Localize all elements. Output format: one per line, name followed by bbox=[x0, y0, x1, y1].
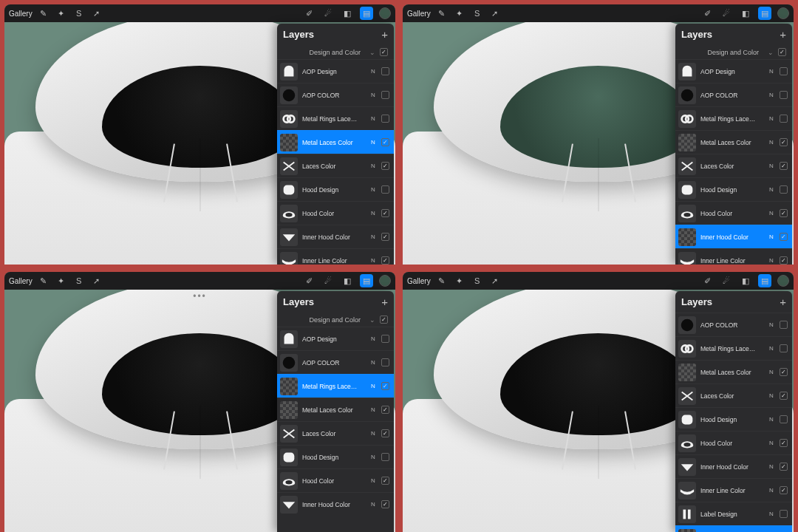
wand-icon[interactable]: ✦ bbox=[453, 7, 466, 20]
layer-row[interactable]: Metal Laces ColorN✓ bbox=[277, 130, 394, 154]
layer-row[interactable]: Metal Rings Lace…N bbox=[675, 336, 792, 360]
wrench-icon[interactable]: ✎ bbox=[37, 274, 50, 287]
chevron-down-icon[interactable]: ⌄ bbox=[369, 316, 375, 324]
layer-row[interactable]: AOP COLORN bbox=[277, 83, 394, 106]
blend-mode-label[interactable]: N bbox=[369, 68, 377, 75]
blend-mode-label[interactable]: N bbox=[369, 335, 377, 342]
layer-row[interactable]: Hood DesignN bbox=[675, 177, 792, 201]
layer-visibility-checkbox[interactable]: ✓ bbox=[381, 429, 389, 437]
layer-visibility-checkbox[interactable]: ✓ bbox=[381, 500, 389, 508]
layer-row[interactable]: Hood ColorN✓ bbox=[277, 201, 394, 225]
blend-mode-label[interactable]: N bbox=[369, 163, 377, 169]
eraser-icon[interactable]: ◧ bbox=[739, 274, 752, 287]
layer-visibility-checkbox[interactable] bbox=[381, 67, 389, 75]
smudge-icon[interactable]: ☄ bbox=[720, 7, 733, 20]
layer-row[interactable]: AOP COLORN bbox=[675, 313, 792, 336]
blend-mode-label[interactable]: N bbox=[768, 186, 775, 193]
add-layer-button[interactable]: + bbox=[780, 28, 786, 41]
blend-mode-label[interactable]: N bbox=[369, 383, 377, 389]
layers-icon[interactable]: ▤ bbox=[758, 7, 771, 20]
blend-mode-label[interactable]: N bbox=[768, 487, 775, 494]
blend-mode-label[interactable]: N bbox=[369, 233, 377, 240]
s-tool-icon[interactable]: S bbox=[471, 274, 484, 287]
brush-icon[interactable]: ✐ bbox=[302, 274, 316, 287]
blend-mode-label[interactable]: N bbox=[369, 210, 377, 216]
brush-icon[interactable]: ✐ bbox=[700, 7, 714, 20]
color-swatch[interactable] bbox=[379, 275, 391, 287]
layer-visibility-checkbox[interactable]: ✓ bbox=[780, 233, 788, 241]
layer-row[interactable]: AOP DesignN bbox=[675, 59, 792, 83]
blend-mode-label[interactable]: N bbox=[369, 501, 377, 508]
layer-visibility-checkbox[interactable]: ✓ bbox=[780, 368, 788, 376]
layer-row[interactable]: Metal Rings Lace…N bbox=[675, 106, 792, 130]
layer-row[interactable]: Hood DesignN bbox=[675, 407, 792, 431]
blend-mode-label[interactable]: N bbox=[768, 392, 775, 399]
blend-mode-label[interactable]: N bbox=[768, 210, 775, 216]
layer-visibility-checkbox[interactable] bbox=[381, 91, 389, 99]
eraser-icon[interactable]: ◧ bbox=[739, 7, 752, 20]
wand-icon[interactable]: ✦ bbox=[55, 7, 68, 20]
layer-visibility-checkbox[interactable]: ✓ bbox=[381, 162, 389, 170]
layer-row[interactable]: Laces ColorN✓ bbox=[277, 421, 394, 445]
blend-mode-label[interactable]: N bbox=[369, 406, 377, 413]
add-layer-button[interactable]: + bbox=[780, 296, 786, 308]
blend-mode-label[interactable]: N bbox=[768, 68, 775, 75]
layer-row[interactable]: AOP COLORN bbox=[277, 350, 394, 374]
layer-visibility-checkbox[interactable]: ✓ bbox=[381, 233, 389, 241]
group-visibility-checkbox[interactable]: ✓ bbox=[778, 48, 786, 56]
add-layer-button[interactable]: + bbox=[381, 296, 388, 308]
layer-row[interactable]: Metal Rings Lace…N bbox=[277, 106, 394, 130]
group-visibility-checkbox[interactable]: ✓ bbox=[380, 316, 388, 324]
layer-visibility-checkbox[interactable] bbox=[780, 67, 788, 75]
blend-mode-label[interactable]: N bbox=[768, 139, 775, 146]
s-tool-icon[interactable]: S bbox=[72, 274, 86, 287]
arrow-icon[interactable]: ➚ bbox=[90, 7, 103, 20]
layer-visibility-checkbox[interactable]: ✓ bbox=[381, 406, 389, 414]
blend-mode-label[interactable]: N bbox=[768, 345, 775, 352]
layer-visibility-checkbox[interactable] bbox=[780, 321, 788, 329]
layer-visibility-checkbox[interactable]: ✓ bbox=[780, 486, 788, 494]
blend-mode-label[interactable]: N bbox=[768, 163, 775, 169]
layer-row[interactable]: Metal Laces ColorN✓ bbox=[277, 398, 394, 421]
blend-mode-label[interactable]: N bbox=[768, 440, 775, 446]
arrow-icon[interactable]: ➚ bbox=[488, 274, 502, 287]
layer-row[interactable]: AOP DesignN bbox=[277, 59, 394, 83]
layer-visibility-checkbox[interactable]: ✓ bbox=[780, 162, 788, 170]
layer-visibility-checkbox[interactable]: ✓ bbox=[381, 382, 389, 390]
blend-mode-label[interactable]: N bbox=[768, 463, 775, 470]
layer-group-header[interactable]: Design and Color⌄✓ bbox=[675, 45, 792, 59]
layer-visibility-checkbox[interactable] bbox=[780, 510, 788, 518]
arrow-icon[interactable]: ➚ bbox=[488, 7, 502, 20]
group-visibility-checkbox[interactable]: ✓ bbox=[380, 48, 388, 56]
smudge-icon[interactable]: ☄ bbox=[720, 274, 733, 287]
layer-visibility-checkbox[interactable] bbox=[381, 358, 389, 366]
wand-icon[interactable]: ✦ bbox=[453, 274, 466, 287]
layer-row[interactable]: AOP DesignN bbox=[277, 327, 394, 350]
brush-icon[interactable]: ✐ bbox=[302, 7, 316, 20]
layer-row[interactable]: Inner Hood ColorN✓ bbox=[277, 225, 394, 248]
layer-row[interactable]: Label DesignN bbox=[675, 502, 792, 525]
layer-row[interactable]: Laces ColorN✓ bbox=[675, 154, 792, 177]
layer-row[interactable]: Inner Hood ColorN✓ bbox=[675, 454, 792, 478]
layer-visibility-checkbox[interactable]: ✓ bbox=[780, 256, 788, 265]
arrow-icon[interactable]: ➚ bbox=[90, 274, 103, 287]
layer-visibility-checkbox[interactable]: ✓ bbox=[381, 209, 389, 217]
layer-visibility-checkbox[interactable]: ✓ bbox=[780, 439, 788, 447]
layer-visibility-checkbox[interactable]: ✓ bbox=[780, 392, 788, 400]
smudge-icon[interactable]: ☄ bbox=[321, 7, 335, 20]
smudge-icon[interactable]: ☄ bbox=[321, 274, 335, 287]
blend-mode-label[interactable]: N bbox=[369, 430, 377, 437]
blend-mode-label[interactable]: N bbox=[768, 115, 775, 122]
gallery-button[interactable]: Gallery bbox=[9, 277, 33, 285]
layer-visibility-checkbox[interactable]: ✓ bbox=[381, 256, 389, 265]
add-layer-button[interactable]: + bbox=[381, 28, 388, 41]
blend-mode-label[interactable]: N bbox=[369, 115, 377, 122]
color-swatch[interactable] bbox=[379, 7, 391, 19]
blend-mode-label[interactable]: N bbox=[369, 257, 377, 264]
layer-row[interactable]: Inner Hood ColorN✓ bbox=[675, 225, 792, 248]
color-swatch[interactable] bbox=[777, 275, 789, 287]
layer-row[interactable]: Metal Laces ColorN✓ bbox=[675, 130, 792, 154]
layer-row[interactable]: Hood DesignN bbox=[277, 177, 394, 201]
wrench-icon[interactable]: ✎ bbox=[435, 7, 449, 20]
layer-row[interactable]: Hood DesignN bbox=[277, 445, 394, 468]
